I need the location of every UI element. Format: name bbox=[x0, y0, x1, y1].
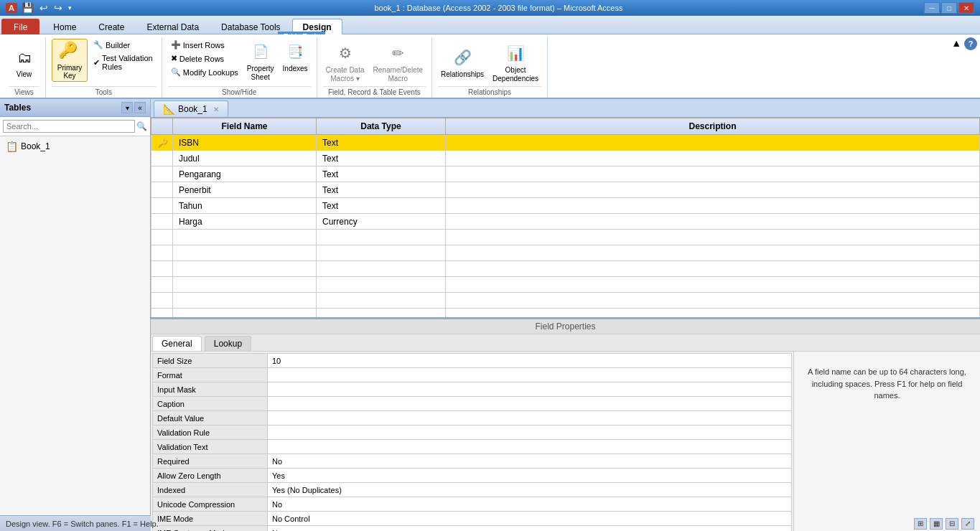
table-row[interactable]: Harga Currency bbox=[151, 214, 980, 230]
close-tab-button[interactable]: ✕ bbox=[213, 105, 219, 113]
fp-prop-value[interactable]: Yes (No Duplicates) bbox=[268, 483, 792, 497]
view-button[interactable]: 🗂 View bbox=[10, 44, 39, 80]
rename-delete-macro-button[interactable]: ✏ Rename/DeleteMacro bbox=[370, 40, 426, 85]
table-row[interactable] bbox=[151, 277, 980, 293]
description-cell[interactable] bbox=[446, 309, 980, 319]
description-cell[interactable] bbox=[446, 182, 980, 198]
field-name-cell[interactable]: Penerbit bbox=[173, 182, 317, 198]
field-name-cell[interactable] bbox=[173, 245, 317, 261]
test-validation-button[interactable]: ✔Test ValidationRules bbox=[90, 52, 156, 72]
field-name-cell[interactable] bbox=[173, 277, 317, 293]
description-cell[interactable] bbox=[446, 214, 980, 230]
table-row[interactable]: Tahun Text bbox=[151, 198, 980, 214]
table-row[interactable]: Pengarang Text bbox=[151, 166, 980, 182]
tab-external-data[interactable]: External Data bbox=[136, 19, 210, 34]
fp-tab-general[interactable]: General bbox=[152, 336, 202, 351]
data-type-cell[interactable] bbox=[317, 230, 446, 245]
qa-undo-icon[interactable]: ↩ bbox=[38, 2, 50, 14]
table-row[interactable]: Judul Text bbox=[151, 151, 980, 166]
table-row[interactable]: 🔑 ISBN Text bbox=[151, 135, 980, 151]
fp-prop-value[interactable] bbox=[268, 440, 792, 454]
qa-redo-icon[interactable]: ↪ bbox=[52, 2, 64, 14]
data-type-cell[interactable]: Text bbox=[317, 182, 446, 198]
description-cell[interactable] bbox=[446, 135, 980, 151]
tab-create[interactable]: Create bbox=[88, 19, 135, 34]
fp-prop-value[interactable]: Yes bbox=[268, 469, 792, 483]
data-type-cell[interactable]: Text bbox=[317, 198, 446, 214]
fp-tab-lookup[interactable]: Lookup bbox=[205, 336, 251, 351]
data-type-cell[interactable] bbox=[317, 261, 446, 277]
relationships-button[interactable]: 🔗 Relationships bbox=[438, 44, 487, 80]
data-type-cell[interactable]: Text bbox=[317, 151, 446, 166]
object-dependencies-button[interactable]: 📊 ObjectDependencies bbox=[490, 40, 541, 85]
search-icon[interactable]: 🔍 bbox=[136, 121, 147, 131]
description-cell[interactable] bbox=[446, 245, 980, 261]
close-button[interactable]: ✕ bbox=[958, 2, 974, 14]
nav-menu-button[interactable]: ▾ bbox=[121, 102, 133, 113]
data-type-cell[interactable]: Currency bbox=[317, 214, 446, 230]
tab-file[interactable]: File bbox=[1, 19, 39, 34]
property-sheet-button[interactable]: 📄 PropertySheet bbox=[244, 39, 277, 83]
fp-prop-value[interactable]: No Control bbox=[268, 512, 792, 526]
minimize-button[interactable]: ─ bbox=[924, 2, 940, 14]
fp-prop-value[interactable] bbox=[268, 382, 792, 397]
qa-save-icon[interactable]: 💾 bbox=[20, 2, 35, 14]
data-type-cell[interactable] bbox=[317, 277, 446, 293]
fp-prop-value[interactable]: 10 bbox=[268, 354, 792, 368]
fp-prop-value[interactable] bbox=[268, 368, 792, 382]
data-type-cell[interactable]: Text bbox=[317, 166, 446, 182]
status-resize-button[interactable]: ⤢ bbox=[961, 518, 974, 530]
fp-prop-value[interactable] bbox=[268, 397, 792, 411]
field-name-cell[interactable]: Tahun bbox=[173, 198, 317, 214]
field-name-cell[interactable] bbox=[173, 293, 317, 309]
maximize-button[interactable]: □ bbox=[941, 2, 957, 14]
fp-prop-value[interactable]: No bbox=[268, 454, 792, 469]
description-cell[interactable] bbox=[446, 166, 980, 182]
description-cell[interactable] bbox=[446, 198, 980, 214]
collapse-ribbon-icon[interactable]: ▲ bbox=[951, 37, 961, 50]
field-name-cell[interactable] bbox=[173, 230, 317, 245]
nav-item-book1[interactable]: 📋 Book_1 bbox=[3, 139, 147, 154]
search-input[interactable] bbox=[3, 120, 135, 133]
create-data-macros-button[interactable]: ⚙ Create DataMacros ▾ bbox=[323, 40, 368, 85]
help-icon[interactable]: ? bbox=[964, 37, 977, 50]
field-name-cell[interactable]: Judul bbox=[173, 151, 317, 166]
indexes-button[interactable]: 📑 Indexes bbox=[280, 39, 311, 75]
primary-key-button[interactable]: 🔑 PrimaryKey bbox=[52, 39, 88, 82]
status-layout-button[interactable]: ⊟ bbox=[946, 518, 958, 530]
insert-rows-button[interactable]: ➕Insert Rows bbox=[168, 39, 241, 51]
qa-dropdown-icon[interactable]: ▾ bbox=[67, 4, 73, 11]
data-type-cell[interactable] bbox=[317, 309, 446, 319]
data-type-cell[interactable] bbox=[317, 293, 446, 309]
field-name-cell[interactable] bbox=[173, 261, 317, 277]
table-row[interactable] bbox=[151, 261, 980, 277]
table-row[interactable] bbox=[151, 309, 980, 319]
description-cell[interactable] bbox=[446, 230, 980, 245]
table-row[interactable] bbox=[151, 230, 980, 245]
field-name-cell[interactable]: Harga bbox=[173, 214, 317, 230]
table-tab-book1[interactable]: 📐 Book_1 ✕ bbox=[154, 100, 228, 117]
tab-home[interactable]: Home bbox=[42, 19, 87, 34]
description-cell[interactable] bbox=[446, 293, 980, 309]
nav-collapse-button[interactable]: « bbox=[134, 102, 146, 113]
description-cell[interactable] bbox=[446, 261, 980, 277]
modify-lookups-button[interactable]: 🔍Modify Lookups bbox=[168, 66, 241, 78]
field-name-cell[interactable]: ISBN bbox=[173, 135, 317, 151]
data-type-cell[interactable]: Text bbox=[317, 135, 446, 151]
description-cell[interactable] bbox=[446, 151, 980, 166]
table-row[interactable] bbox=[151, 293, 980, 309]
description-cell[interactable] bbox=[446, 277, 980, 293]
delete-rows-button[interactable]: ✖Delete Rows bbox=[168, 52, 241, 65]
fp-prop-value[interactable] bbox=[268, 426, 792, 440]
table-row[interactable]: Penerbit Text bbox=[151, 182, 980, 198]
fp-prop-value[interactable] bbox=[268, 411, 792, 426]
status-grid-button[interactable]: ⊞ bbox=[914, 518, 927, 530]
fp-prop-value[interactable]: No bbox=[268, 497, 792, 512]
fp-prop-value[interactable]: None bbox=[268, 526, 792, 532]
field-name-cell[interactable]: Pengarang bbox=[173, 166, 317, 182]
field-name-cell[interactable] bbox=[173, 309, 317, 319]
table-row[interactable] bbox=[151, 245, 980, 261]
builder-button[interactable]: 🔧Builder bbox=[90, 39, 156, 51]
data-type-cell[interactable] bbox=[317, 245, 446, 261]
status-table-button[interactable]: ▦ bbox=[930, 518, 943, 530]
